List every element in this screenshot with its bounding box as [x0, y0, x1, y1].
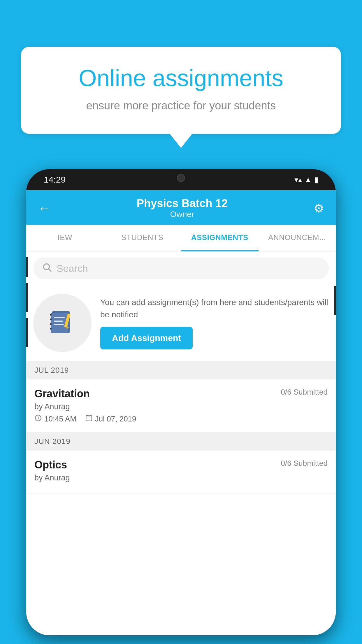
notebook-icon: [48, 308, 77, 337]
assignment-date: Jul 07, 2019: [95, 414, 136, 424]
status-icons: ▾▴ ▲ ▮: [294, 175, 318, 184]
speech-bubble-subtitle: ensure more practice for your students: [44, 98, 318, 113]
svg-rect-4: [54, 317, 65, 318]
phone-camera: [177, 174, 185, 182]
promo-icon-circle: [33, 294, 92, 352]
assignment-item-gravitation[interactable]: Gravitation 0/6 Submitted by Anurag 10:4…: [26, 379, 336, 432]
assignment-meta-gravitation: 10:45 AM Jul 07, 2019: [34, 414, 328, 424]
svg-rect-6: [54, 324, 64, 325]
back-button[interactable]: ←: [38, 201, 51, 216]
header-subtitle: Owner: [137, 210, 228, 219]
month-divider-jun: JUN 2019: [26, 432, 336, 451]
tab-bar: IEW STUDENTS ASSIGNMENTS ANNOUNCEM...: [26, 225, 336, 252]
phone-power-button: [334, 286, 336, 315]
assignment-item-optics[interactable]: Optics 0/6 Submitted by Anurag: [26, 451, 336, 494]
status-bar: 14:29 ▾▴ ▲ ▮: [26, 169, 336, 190]
signal-icon: ▲: [304, 175, 312, 184]
phone-screen: ← Physics Batch 12 Owner ⚙ IEW STUDENTS …: [26, 190, 336, 635]
svg-point-8: [50, 318, 52, 320]
app-header: ← Physics Batch 12 Owner ⚙: [26, 190, 336, 225]
content-area: Search: [26, 252, 336, 635]
assignment-header: Gravitation 0/6 Submitted: [34, 388, 328, 400]
assignment-submitted-optics: 0/6 Submitted: [281, 459, 328, 468]
phone-container: 14:29 ▾▴ ▲ ▮ ← Physics Batch 12 Owner ⚙ …: [26, 169, 336, 635]
search-container: Search: [26, 252, 336, 285]
tab-assignments[interactable]: ASSIGNMENTS: [181, 225, 259, 251]
assignment-author-gravitation: by Anurag: [34, 402, 328, 411]
promo-description: You can add assignment(s) from here and …: [100, 296, 329, 321]
svg-line-1: [49, 269, 51, 271]
wifi-icon: ▾▴: [294, 175, 302, 184]
assignment-time-item: 10:45 AM: [34, 414, 76, 424]
assignment-header-optics: Optics 0/6 Submitted: [34, 459, 328, 471]
speech-bubble: Online assignments ensure more practice …: [21, 47, 341, 134]
phone-notch: [152, 169, 210, 187]
month-divider-jul: JUL 2019: [26, 361, 336, 379]
speech-bubble-container: Online assignments ensure more practice …: [21, 47, 341, 134]
status-time: 14:29: [44, 175, 66, 185]
clock-icon: [34, 414, 42, 424]
svg-point-10: [50, 328, 52, 330]
assignment-time: 10:45 AM: [44, 414, 76, 424]
tab-iew[interactable]: IEW: [26, 225, 104, 251]
search-input-placeholder: Search: [57, 263, 88, 274]
search-bar[interactable]: Search: [33, 258, 329, 279]
search-icon: [42, 262, 52, 274]
phone-volume-down-button: [26, 318, 28, 347]
assignment-submitted-gravitation: 0/6 Submitted: [281, 388, 328, 397]
assignment-author-optics: by Anurag: [34, 473, 328, 482]
svg-point-9: [50, 323, 52, 325]
phone-mute-button: [26, 257, 28, 277]
svg-rect-5: [54, 321, 63, 322]
promo-content: You can add assignment(s) from here and …: [100, 296, 329, 349]
settings-button[interactable]: ⚙: [314, 202, 324, 215]
header-title-block: Physics Batch 12 Owner: [137, 197, 228, 219]
svg-point-7: [50, 314, 52, 316]
svg-rect-15: [86, 415, 92, 421]
assignment-title-gravitation: Gravitation: [34, 388, 90, 400]
speech-bubble-title: Online assignments: [44, 64, 318, 92]
phone-volume-up-button: [26, 283, 28, 312]
calendar-icon: [85, 414, 93, 424]
tab-students[interactable]: STUDENTS: [104, 225, 181, 251]
battery-icon: ▮: [314, 175, 318, 184]
add-assignment-button[interactable]: Add Assignment: [100, 327, 193, 349]
promo-section: You can add assignment(s) from here and …: [26, 285, 336, 361]
assignment-title-optics: Optics: [34, 459, 67, 471]
header-title: Physics Batch 12: [137, 197, 228, 210]
assignment-date-item: Jul 07, 2019: [85, 414, 136, 424]
tab-announcements[interactable]: ANNOUNCEM...: [259, 225, 336, 251]
